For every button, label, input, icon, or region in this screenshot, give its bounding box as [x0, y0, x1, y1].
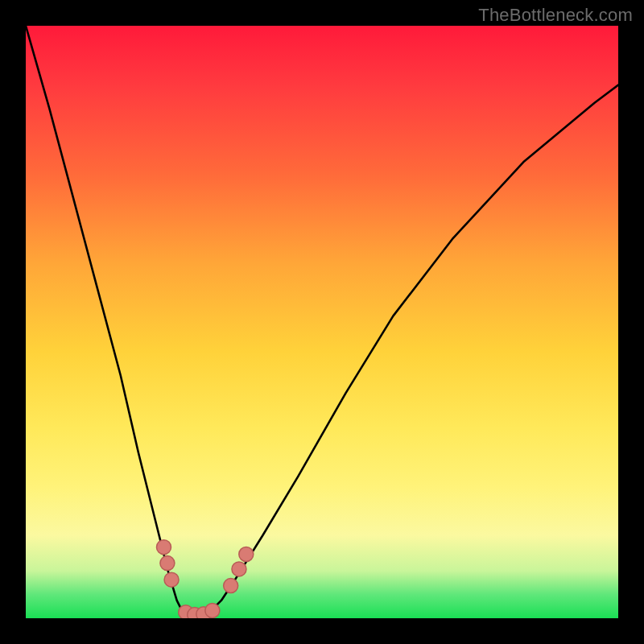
plot-area: [26, 26, 618, 618]
watermark-text: TheBottleneck.com: [478, 5, 633, 26]
chart-frame: TheBottleneck.com: [0, 0, 644, 644]
marker-left-branch-upper: [156, 540, 171, 555]
marker-left-branch-mid: [160, 556, 175, 571]
marker-left-branch-lower: [164, 572, 179, 587]
marker-right-branch-mid: [232, 562, 246, 576]
marker-trough-right: [205, 603, 220, 617]
bottleneck-curve: [26, 26, 618, 615]
marker-right-branch-lower: [224, 579, 238, 593]
marker-right-branch-upper: [239, 547, 254, 562]
plot-svg: [26, 26, 618, 618]
